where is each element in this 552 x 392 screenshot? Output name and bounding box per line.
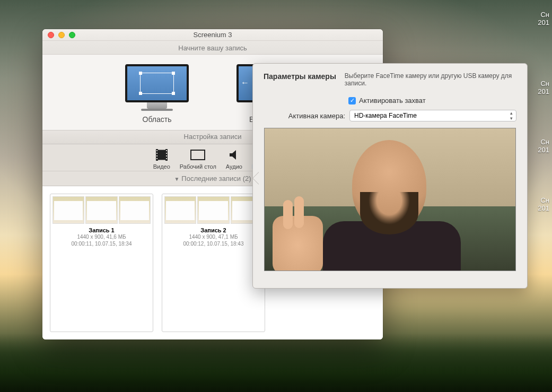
window-subtitle: Начните вашу запись — [42, 41, 383, 55]
active-camera-dropdown[interactable]: HD-камера FaceTime ▴▾ — [349, 110, 516, 121]
svg-rect-8 — [166, 153, 167, 154]
tab-desktop[interactable]: Рабочий стол — [180, 149, 216, 170]
film-icon — [154, 149, 170, 161]
desktop-icon — [190, 149, 206, 161]
chevron-down-icon: ▼ — [174, 176, 179, 182]
popover-description: Выберите FaceTime камеру или другую USB … — [345, 72, 516, 87]
chevron-updown-icon: ▴▾ — [510, 111, 513, 121]
svg-rect-0 — [157, 150, 167, 160]
popover-title: Параметры камеры — [264, 72, 336, 87]
desktop-file-1[interactable]: Сн201 — [538, 11, 549, 27]
mode-area-label: Область — [109, 115, 205, 124]
svg-rect-5 — [156, 155, 157, 156]
activate-capture-checkbox[interactable]: ✓ — [348, 97, 356, 104]
svg-rect-3 — [156, 150, 157, 151]
mode-area[interactable]: Область — [109, 64, 205, 124]
titlebar[interactable]: Screenium 3 — [42, 29, 383, 41]
svg-rect-10 — [166, 158, 167, 159]
svg-rect-9 — [166, 155, 167, 156]
svg-rect-7 — [166, 150, 167, 151]
record-card[interactable]: Запись 1 1440 x 900, 41,6 МБ 00:00:11, 1… — [50, 194, 153, 332]
speaker-icon — [226, 149, 242, 161]
activate-capture-label: Активировать захват — [359, 97, 426, 104]
record-name: Запись 1 — [52, 227, 151, 233]
svg-rect-4 — [156, 153, 157, 154]
camera-preview — [264, 128, 516, 271]
tab-audio[interactable]: Аудио — [226, 149, 242, 170]
window-title: Screenium 3 — [42, 31, 383, 39]
record-card[interactable]: Запись 2 1440 x 900, 47,1 МБ 00:00:12, 1… — [162, 194, 265, 332]
active-camera-label: Активная камера: — [264, 112, 345, 120]
svg-rect-11 — [191, 150, 205, 160]
tab-video[interactable]: Видео — [153, 149, 170, 170]
desktop-file-3[interactable]: Сн201 — [538, 138, 549, 154]
svg-rect-6 — [156, 158, 157, 159]
record-name: Запись 2 — [164, 227, 262, 233]
desktop-file-4[interactable]: Сн201 — [538, 196, 549, 212]
camera-popover: Параметры камеры Выберите FaceTime камер… — [252, 63, 528, 289]
desktop-file-2[interactable]: Сн201 — [538, 80, 549, 95]
